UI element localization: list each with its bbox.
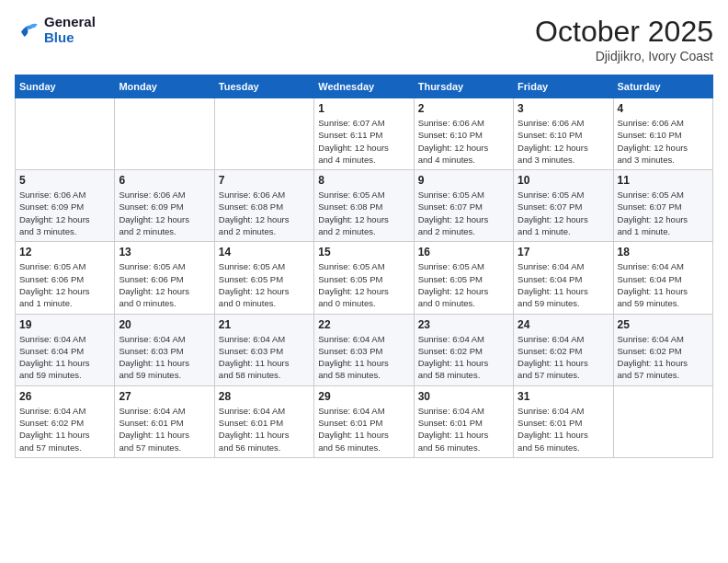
weekday-header: Monday (115, 75, 214, 98)
calendar-cell: 1Sunrise: 6:07 AM Sunset: 6:11 PM Daylig… (314, 98, 414, 170)
calendar-cell: 19Sunrise: 6:04 AM Sunset: 6:04 PM Dayli… (16, 314, 115, 385)
day-number: 12 (19, 246, 110, 259)
day-info: Sunrise: 6:05 AM Sunset: 6:05 PM Dayligh… (219, 260, 310, 309)
calendar-cell: 14Sunrise: 6:05 AM Sunset: 6:05 PM Dayli… (214, 242, 313, 314)
day-number: 30 (418, 390, 509, 403)
weekday-header: Thursday (414, 75, 513, 98)
calendar-cell (115, 98, 214, 170)
day-number: 25 (618, 318, 709, 331)
day-number: 2 (418, 102, 509, 115)
day-number: 17 (518, 246, 609, 259)
weekday-header: Friday (514, 75, 613, 98)
day-number: 19 (19, 318, 110, 331)
calendar-cell: 11Sunrise: 6:05 AM Sunset: 6:07 PM Dayli… (613, 170, 712, 242)
day-number: 1 (318, 102, 409, 115)
day-number: 13 (119, 246, 210, 259)
title-block: October 2025 Djidjikro, Ivory Coast (535, 15, 713, 63)
calendar-header: SundayMondayTuesdayWednesdayThursdayFrid… (16, 75, 713, 98)
day-info: Sunrise: 6:04 AM Sunset: 6:03 PM Dayligh… (119, 333, 210, 382)
day-number: 24 (518, 318, 609, 331)
day-number: 21 (219, 318, 310, 331)
calendar-cell: 24Sunrise: 6:04 AM Sunset: 6:02 PM Dayli… (514, 314, 613, 385)
day-info: Sunrise: 6:06 AM Sunset: 6:08 PM Dayligh… (219, 189, 310, 237)
calendar-cell (613, 385, 712, 457)
day-info: Sunrise: 6:07 AM Sunset: 6:11 PM Dayligh… (318, 117, 409, 166)
day-info: Sunrise: 6:06 AM Sunset: 6:09 PM Dayligh… (119, 189, 210, 237)
calendar-cell: 20Sunrise: 6:04 AM Sunset: 6:03 PM Dayli… (115, 314, 214, 385)
calendar-cell: 3Sunrise: 6:06 AM Sunset: 6:10 PM Daylig… (514, 98, 613, 170)
day-info: Sunrise: 6:05 AM Sunset: 6:05 PM Dayligh… (418, 260, 509, 309)
calendar-cell: 29Sunrise: 6:04 AM Sunset: 6:01 PM Dayli… (314, 385, 414, 457)
calendar-cell: 8Sunrise: 6:05 AM Sunset: 6:08 PM Daylig… (314, 170, 414, 242)
day-info: Sunrise: 6:06 AM Sunset: 6:10 PM Dayligh… (518, 117, 609, 166)
day-info: Sunrise: 6:04 AM Sunset: 6:04 PM Dayligh… (618, 260, 709, 309)
day-info: Sunrise: 6:05 AM Sunset: 6:07 PM Dayligh… (518, 189, 609, 237)
day-info: Sunrise: 6:06 AM Sunset: 6:10 PM Dayligh… (618, 117, 709, 166)
calendar-cell: 6Sunrise: 6:06 AM Sunset: 6:09 PM Daylig… (115, 170, 214, 242)
calendar-cell: 28Sunrise: 6:04 AM Sunset: 6:01 PM Dayli… (214, 385, 313, 457)
day-number: 4 (618, 102, 709, 115)
calendar-cell: 15Sunrise: 6:05 AM Sunset: 6:05 PM Dayli… (314, 242, 414, 314)
day-number: 20 (119, 318, 210, 331)
day-info: Sunrise: 6:05 AM Sunset: 6:06 PM Dayligh… (19, 260, 110, 309)
calendar-cell: 30Sunrise: 6:04 AM Sunset: 6:01 PM Dayli… (414, 385, 513, 457)
month-title: October 2025 (535, 15, 713, 49)
day-number: 18 (618, 246, 709, 259)
page-header: General Blue October 2025 Djidjikro, Ivo… (15, 15, 713, 63)
day-info: Sunrise: 6:04 AM Sunset: 6:02 PM Dayligh… (618, 333, 709, 382)
weekday-header: Sunday (16, 75, 115, 98)
day-info: Sunrise: 6:05 AM Sunset: 6:06 PM Dayligh… (119, 260, 210, 309)
calendar-cell (214, 98, 313, 170)
day-number: 10 (518, 174, 609, 187)
calendar-table: SundayMondayTuesdayWednesdayThursdayFrid… (15, 75, 713, 458)
day-number: 29 (318, 390, 409, 403)
day-number: 5 (19, 174, 110, 187)
calendar-cell: 5Sunrise: 6:06 AM Sunset: 6:09 PM Daylig… (16, 170, 115, 242)
calendar-cell: 7Sunrise: 6:06 AM Sunset: 6:08 PM Daylig… (214, 170, 313, 242)
location: Djidjikro, Ivory Coast (535, 49, 713, 63)
calendar-cell: 4Sunrise: 6:06 AM Sunset: 6:10 PM Daylig… (613, 98, 712, 170)
calendar-cell: 22Sunrise: 6:04 AM Sunset: 6:03 PM Dayli… (314, 314, 414, 385)
day-number: 27 (119, 390, 210, 403)
day-number: 23 (418, 318, 509, 331)
day-number: 16 (418, 246, 509, 259)
weekday-header: Wednesday (314, 75, 414, 98)
day-number: 15 (318, 246, 409, 259)
calendar-cell: 26Sunrise: 6:04 AM Sunset: 6:02 PM Dayli… (16, 385, 115, 457)
day-number: 6 (119, 174, 210, 187)
weekday-header: Saturday (613, 75, 712, 98)
logo-text: General Blue (44, 15, 96, 45)
calendar-cell: 31Sunrise: 6:04 AM Sunset: 6:01 PM Dayli… (514, 385, 613, 457)
day-info: Sunrise: 6:04 AM Sunset: 6:02 PM Dayligh… (418, 333, 509, 382)
day-number: 11 (618, 174, 709, 187)
day-number: 31 (518, 390, 609, 403)
day-info: Sunrise: 6:04 AM Sunset: 6:03 PM Dayligh… (318, 333, 409, 382)
day-number: 22 (318, 318, 409, 331)
calendar-cell: 21Sunrise: 6:04 AM Sunset: 6:03 PM Dayli… (214, 314, 313, 385)
calendar-cell: 9Sunrise: 6:05 AM Sunset: 6:07 PM Daylig… (414, 170, 513, 242)
calendar-cell: 23Sunrise: 6:04 AM Sunset: 6:02 PM Dayli… (414, 314, 513, 385)
calendar-cell (16, 98, 115, 170)
calendar-cell: 27Sunrise: 6:04 AM Sunset: 6:01 PM Dayli… (115, 385, 214, 457)
day-info: Sunrise: 6:04 AM Sunset: 6:01 PM Dayligh… (219, 405, 310, 454)
day-info: Sunrise: 6:05 AM Sunset: 6:07 PM Dayligh… (618, 189, 709, 237)
day-number: 26 (19, 390, 110, 403)
day-info: Sunrise: 6:04 AM Sunset: 6:01 PM Dayligh… (518, 405, 609, 454)
day-info: Sunrise: 6:04 AM Sunset: 6:02 PM Dayligh… (19, 405, 110, 454)
calendar-cell: 16Sunrise: 6:05 AM Sunset: 6:05 PM Dayli… (414, 242, 513, 314)
calendar-cell: 2Sunrise: 6:06 AM Sunset: 6:10 PM Daylig… (414, 98, 513, 170)
calendar-cell: 17Sunrise: 6:04 AM Sunset: 6:04 PM Dayli… (514, 242, 613, 314)
day-info: Sunrise: 6:04 AM Sunset: 6:01 PM Dayligh… (318, 405, 409, 454)
calendar-cell: 10Sunrise: 6:05 AM Sunset: 6:07 PM Dayli… (514, 170, 613, 242)
calendar-cell: 12Sunrise: 6:05 AM Sunset: 6:06 PM Dayli… (16, 242, 115, 314)
day-info: Sunrise: 6:06 AM Sunset: 6:10 PM Dayligh… (418, 117, 509, 166)
day-info: Sunrise: 6:04 AM Sunset: 6:01 PM Dayligh… (119, 405, 210, 454)
calendar-cell: 13Sunrise: 6:05 AM Sunset: 6:06 PM Dayli… (115, 242, 214, 314)
weekday-header: Tuesday (214, 75, 313, 98)
day-info: Sunrise: 6:06 AM Sunset: 6:09 PM Dayligh… (19, 189, 110, 237)
day-info: Sunrise: 6:04 AM Sunset: 6:01 PM Dayligh… (418, 405, 509, 454)
day-info: Sunrise: 6:04 AM Sunset: 6:02 PM Dayligh… (518, 333, 609, 382)
calendar-cell: 25Sunrise: 6:04 AM Sunset: 6:02 PM Dayli… (613, 314, 712, 385)
day-number: 14 (219, 246, 310, 259)
day-info: Sunrise: 6:05 AM Sunset: 6:08 PM Dayligh… (318, 189, 409, 237)
